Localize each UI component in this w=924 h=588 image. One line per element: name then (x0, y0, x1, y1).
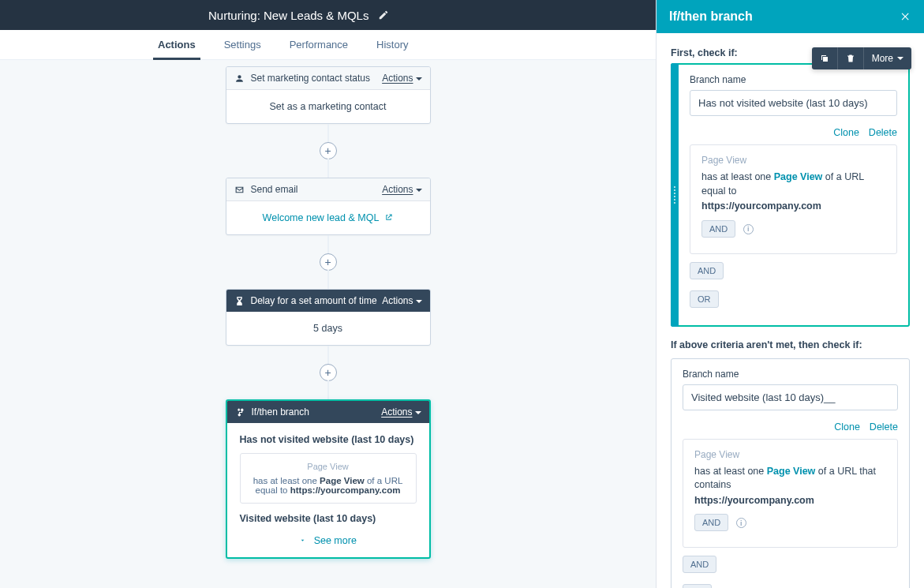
card-header-label: Set marketing contact status (251, 73, 370, 84)
or-chip[interactable]: OR (683, 584, 712, 588)
chevron-down-icon (299, 537, 306, 544)
tab-settings[interactable]: Settings (224, 30, 261, 59)
dropdown-caret-icon (416, 300, 422, 303)
panel-title: If/then branch (669, 9, 753, 24)
tab-history[interactable]: History (376, 30, 408, 59)
tab-performance[interactable]: Performance (290, 30, 348, 59)
or-chip[interactable]: OR (690, 290, 719, 308)
trash-icon (846, 54, 855, 63)
condition-editor[interactable]: Page View has at least one Page View of … (690, 144, 897, 254)
card-actions-menu[interactable]: Actions (382, 295, 421, 306)
info-icon[interactable]: i (736, 518, 746, 528)
branch-name-label: Branch name (690, 74, 897, 85)
panel-header: If/then branch (657, 0, 924, 33)
branch1-title: Has not visited website (last 10 days) (240, 434, 417, 445)
dropdown-caret-icon (415, 411, 421, 414)
workflow-card-ifthen[interactable]: If/then branch Actions Has not visited w… (226, 399, 431, 559)
copy-icon (820, 54, 829, 63)
card-header-label: Send email (251, 184, 298, 195)
branch-editor-2: Branch name Clone Delete Page View has a… (671, 358, 910, 589)
branch-icon (235, 407, 245, 418)
workflow-card-delay[interactable]: Delay for a set amount of time Actions 5… (226, 289, 431, 346)
drag-handle[interactable] (671, 63, 679, 327)
add-step-button[interactable]: + (320, 142, 337, 159)
branch1-condition-summary: Page View has at least one Page View of … (240, 453, 417, 504)
and-outer-chip[interactable]: AND (683, 556, 716, 573)
workflow-title: Nurturing: New Leads & MQLs (208, 9, 368, 22)
tab-actions[interactable]: Actions (158, 30, 196, 59)
condition-editor[interactable]: Page View has at least one Page View of … (683, 439, 898, 549)
branch2-title: Visited website (last 10 days) (240, 513, 417, 524)
and-outer-chip[interactable]: AND (690, 262, 724, 279)
email-link[interactable]: Welcome new lead & MQL (263, 212, 394, 223)
more-menu-button[interactable]: More (864, 47, 911, 69)
info-icon[interactable]: i (743, 224, 754, 234)
card-actions-menu[interactable]: Actions (382, 73, 421, 84)
hourglass-icon (234, 296, 245, 306)
workflow-card-send-email[interactable]: Send email Actions Welcome new lead & MQ… (226, 178, 431, 235)
delete-button[interactable] (838, 47, 864, 69)
and-inner-chip[interactable]: AND (694, 514, 728, 531)
second-check-label: If above criteria aren't met, then check… (671, 339, 910, 350)
dropdown-caret-icon (416, 189, 422, 192)
branch-name-label: Branch name (683, 369, 898, 380)
edit-title-icon[interactable] (378, 9, 389, 21)
card-header-label: If/then branch (252, 406, 309, 418)
workflow-canvas[interactable]: Set marketing contact status Actions Set… (0, 60, 656, 588)
branch-toolbar: More (812, 47, 911, 69)
user-icon (234, 73, 245, 84)
delete-link[interactable]: Delete (870, 421, 898, 433)
add-step-button[interactable]: + (320, 364, 337, 381)
external-link-icon (384, 213, 393, 222)
dropdown-caret-icon (897, 57, 903, 60)
delete-link[interactable]: Delete (869, 127, 897, 138)
clone-link[interactable]: Clone (833, 127, 859, 138)
see-more-link[interactable]: See more (240, 535, 417, 546)
branch-editor-1: Branch name Clone Delete Page View has a… (671, 63, 910, 327)
card-header-label: Delay for a set amount of time (251, 295, 377, 306)
clone-link[interactable]: Clone (834, 421, 860, 433)
side-panel: If/then branch More First, check if: Bra… (656, 0, 924, 588)
card-actions-menu[interactable]: Actions (381, 406, 421, 418)
email-icon (234, 185, 245, 195)
card-actions-menu[interactable]: Actions (382, 184, 421, 195)
card-body: 5 days (226, 312, 430, 345)
workflow-card-set-contact-status[interactable]: Set marketing contact status Actions Set… (226, 66, 431, 124)
add-step-button[interactable]: + (320, 253, 337, 271)
duplicate-button[interactable] (812, 47, 838, 69)
dropdown-caret-icon (416, 77, 422, 81)
branch-name-input[interactable] (690, 90, 897, 116)
close-panel-button[interactable] (900, 11, 911, 22)
and-inner-chip[interactable]: AND (701, 220, 735, 238)
card-body: Set as a marketing contact (226, 90, 430, 123)
branch-name-input[interactable] (683, 384, 898, 410)
